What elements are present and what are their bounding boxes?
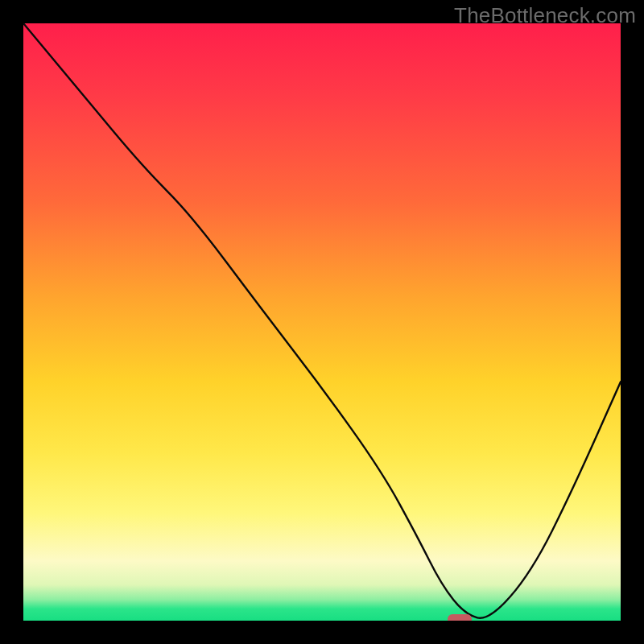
- optimum-marker: [448, 614, 472, 621]
- watermark-text: TheBottleneck.com: [454, 3, 636, 28]
- chart-stage: TheBottleneck.com: [0, 0, 644, 644]
- bottleneck-curve: [23, 23, 621, 621]
- plot-area: [23, 23, 621, 621]
